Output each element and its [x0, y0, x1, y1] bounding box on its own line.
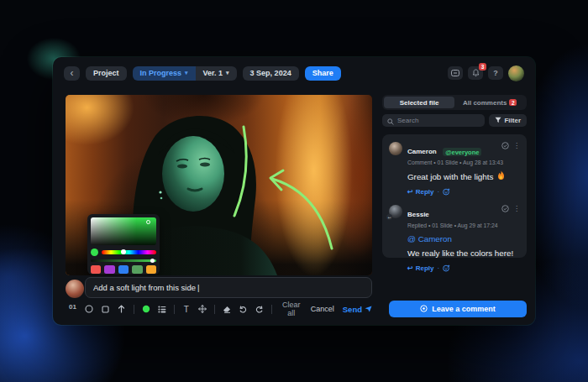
inbox-icon [451, 70, 459, 76]
date-button[interactable]: 3 Sep, 2024 [243, 66, 299, 81]
tab-all-comments[interactable]: All comments 2 [454, 97, 525, 108]
text-cursor: | [197, 283, 199, 292]
add-reaction-button[interactable] [443, 264, 450, 272]
header-right-group: 3 ? [448, 65, 524, 81]
undo-button[interactable] [239, 303, 247, 315]
comment-author: Bessie [407, 211, 429, 218]
send-label: Send [343, 305, 362, 314]
rectangle-tool-button[interactable] [101, 303, 109, 315]
arrow-tool-button[interactable] [117, 303, 125, 315]
everyone-tag: @everyone [443, 148, 481, 156]
media-viewer[interactable] [66, 95, 372, 275]
leave-comment-button[interactable]: Leave a comment [389, 301, 527, 317]
replied-arrow-badge: ↩ [386, 214, 392, 220]
status-dropdown[interactable]: In Progress ▾ [133, 66, 196, 81]
eraser-tool-button[interactable] [223, 303, 231, 315]
search-field[interactable] [382, 114, 485, 127]
slide-number-label: 01 [69, 303, 76, 311]
add-reaction-button[interactable] [443, 188, 450, 196]
annotation-toolbar: T Clear all Cancel Send [85, 301, 372, 317]
share-button[interactable]: Share [305, 66, 341, 81]
comment-text: Great job with the lights [407, 171, 493, 183]
status-version-segment: In Progress ▾ Ver. 1 ▾ [133, 66, 237, 81]
comment-text: We realy like the colors here! [407, 248, 513, 259]
help-button[interactable]: ? [488, 66, 503, 80]
comment-input[interactable]: Add a soft light from this side | [85, 277, 372, 298]
filter-label: Filter [504, 117, 521, 124]
search-input[interactable] [397, 117, 480, 124]
fire-emoji [496, 170, 506, 184]
toolbar-divider [174, 305, 175, 314]
comment-item[interactable]: Cameron @everyone Comment • 01 Slide • A… [389, 142, 520, 196]
reply-label: Reply [416, 264, 434, 272]
resolve-comment-button[interactable] [501, 142, 509, 149]
back-button[interactable]: ‹ [64, 66, 80, 81]
saturation-knob[interactable] [146, 220, 150, 224]
send-plane-icon [365, 305, 372, 314]
reply-arrow-icon: ↩ [407, 188, 413, 196]
chevron-down-icon: ▾ [185, 70, 188, 76]
color-picker-panel[interactable] [87, 214, 160, 275]
send-button[interactable]: Send [343, 305, 372, 314]
filter-funnel-icon [495, 117, 501, 125]
comments-sidebar: Selected file All comments 2 Filter [382, 95, 527, 318]
tab-selected-file[interactable]: Selected file [384, 97, 454, 108]
sidebar-tabs: Selected file All comments 2 [382, 95, 527, 110]
swatch-green[interactable] [132, 265, 142, 274]
inbox-button[interactable] [448, 66, 463, 80]
toolbar-divider [271, 305, 272, 314]
resolve-comment-button[interactable] [501, 205, 509, 212]
swatch-red[interactable] [91, 265, 101, 274]
color-swatch-button[interactable] [142, 303, 150, 315]
move-tool-button[interactable] [198, 303, 207, 315]
comment-menu-button[interactable]: ⋮ [513, 142, 520, 149]
comment-meta: Comment • 01 Slide • Aug 28 at 13:43 [407, 160, 496, 165]
current-user-avatar [66, 280, 84, 298]
text-tool-button[interactable]: T [182, 303, 191, 315]
search-icon [387, 113, 394, 128]
project-button[interactable]: Project [86, 66, 127, 81]
comment-thread-card: Cameron @everyone Comment • 01 Slide • A… [382, 134, 527, 258]
ellipse-tool-button[interactable] [85, 303, 93, 315]
header-toolbar: ‹ Project In Progress ▾ Ver. 1 ▾ 3 Sep, … [53, 57, 535, 89]
back-chevron-icon: ‹ [71, 67, 74, 79]
swatch-row [91, 265, 156, 274]
project-label: Project [93, 69, 119, 77]
user-avatar[interactable] [508, 65, 524, 81]
comment-body: Great job with the lights [407, 170, 520, 184]
question-mark-icon: ? [493, 69, 498, 77]
notifications-button[interactable]: 3 [468, 66, 483, 80]
comment-body: @ Cameron We realy like the colors here! [407, 233, 520, 259]
hue-slider[interactable] [102, 250, 156, 254]
version-dropdown[interactable]: Ver. 1 ▾ [196, 66, 237, 81]
saturation-brightness-area[interactable] [91, 217, 156, 245]
redo-button[interactable] [255, 303, 264, 315]
chevron-down-icon: ▾ [226, 70, 229, 76]
toolbar-divider [214, 305, 215, 314]
desktop-background: ‹ Project In Progress ▾ Ver. 1 ▾ 3 Sep, … [0, 0, 588, 382]
bell-icon [472, 69, 480, 77]
swatch-blue[interactable] [118, 265, 129, 274]
filter-button[interactable]: Filter [489, 114, 527, 127]
cancel-button[interactable]: Cancel [311, 305, 334, 313]
hue-knob[interactable] [121, 249, 126, 254]
share-label: Share [312, 69, 333, 77]
mention-link[interactable]: @ Cameron [407, 233, 452, 245]
version-label: Ver. 1 [203, 69, 223, 77]
commenter-avatar: ↩ [389, 205, 402, 218]
comment-menu-button[interactable]: ⋮ [513, 205, 520, 212]
comment-draft-text: Add a soft light from this side [93, 283, 196, 292]
clear-all-button[interactable]: Clear all [280, 301, 303, 317]
swatch-orange[interactable] [146, 265, 156, 274]
stroke-width-button[interactable] [158, 303, 166, 315]
shade-slider[interactable] [91, 259, 156, 262]
swatch-purple[interactable] [104, 265, 114, 274]
comment-bubble-icon [420, 305, 428, 314]
comment-item[interactable]: ↩ Bessie Replied • 01 Slide • Aug 29 at … [389, 205, 520, 272]
reply-button[interactable]: ↩ Reply [407, 264, 434, 272]
comments-count-badge: 2 [509, 99, 517, 106]
date-label: 3 Sep, 2024 [250, 69, 291, 77]
shade-knob[interactable] [150, 259, 155, 263]
commenter-avatar [389, 142, 402, 155]
reply-button[interactable]: ↩ Reply [407, 188, 434, 196]
